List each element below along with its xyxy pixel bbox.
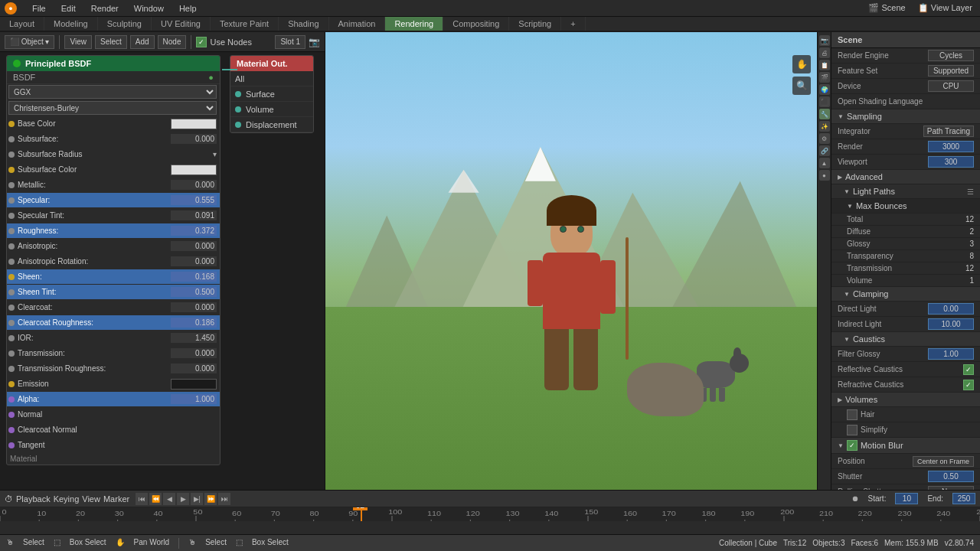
tab-layout[interactable]: Layout	[0, 17, 44, 31]
tab-compositing[interactable]: Compositing	[443, 17, 509, 31]
direct-light-value[interactable]: 0.00	[928, 303, 974, 315]
tab-rendering[interactable]: Rendering	[385, 17, 443, 31]
timeline-ruler[interactable]: 92 0 10 20 30 40 50 60 70	[0, 507, 980, 521]
menu-edit[interactable]: Edit	[58, 2, 79, 15]
subsurface-method-select[interactable]: Christensen-Burley	[8, 101, 217, 115]
advanced-section-header[interactable]: ▶ Advanced	[831, 170, 980, 184]
integrator-value[interactable]: Path Tracing	[923, 126, 974, 137]
diffuse-bounces-value[interactable]: 2	[969, 227, 974, 236]
position-value[interactable]: Center on Frame	[913, 456, 974, 467]
light-paths-header[interactable]: ▼ Light Paths ☰	[831, 184, 980, 199]
device-value[interactable]: CPU	[928, 80, 974, 92]
light-paths-menu-icon[interactable]: ☰	[967, 187, 974, 196]
reflective-caustics-checkbox[interactable]: ✓	[963, 364, 974, 375]
subsurface-color-swatch[interactable]	[171, 165, 217, 175]
menu-help[interactable]: Help	[176, 2, 200, 15]
frame-end-value[interactable]: 250	[952, 493, 975, 504]
render-engine-value[interactable]: Cycles	[928, 50, 974, 61]
anisotropic-rotation-value[interactable]	[171, 256, 217, 266]
prev-frame-btn[interactable]: ◀	[163, 493, 175, 505]
bsdf-node-header[interactable]: Principled BSDF	[7, 56, 220, 71]
tab-shading[interactable]: Shading	[279, 17, 328, 31]
physics-icon[interactable]: ⚙	[819, 133, 830, 144]
jump-next-btn[interactable]: ⏩	[204, 493, 217, 505]
render-samples-value[interactable]: 3000	[928, 141, 974, 152]
tab-animation[interactable]: Animation	[329, 17, 386, 31]
menu-render[interactable]: Render	[88, 2, 122, 15]
ior-value[interactable]	[171, 333, 217, 343]
motion-blur-header[interactable]: ▼ ✓ Motion Blur	[831, 438, 980, 454]
clearcoat-roughness-value[interactable]	[171, 318, 217, 328]
marker-menu[interactable]: Marker	[103, 494, 129, 504]
view-layer-icon[interactable]: 📋	[819, 60, 830, 70]
modifier-icon[interactable]: 🔧	[819, 109, 830, 119]
feature-set-value[interactable]: Supported	[928, 65, 974, 77]
next-frame-btn[interactable]: ▶|	[191, 493, 203, 505]
blender-logo[interactable]: ●	[5, 2, 17, 15]
transparency-bounces-value[interactable]: 8	[969, 252, 974, 260]
viewport[interactable]: View View Render Result 📷 ✕	[325, 32, 817, 490]
volume-bounces-value[interactable]: 1	[969, 276, 974, 285]
alpha-value[interactable]	[171, 394, 217, 404]
sheen-value[interactable]	[171, 272, 217, 282]
refractive-caustics-checkbox[interactable]: ✓	[963, 380, 974, 390]
volumes-section-header[interactable]: ▶ Volumes	[831, 393, 980, 407]
slot-selector[interactable]: Slot 1	[275, 35, 305, 49]
clearcoat-value[interactable]	[171, 302, 217, 312]
simplify-checkbox[interactable]	[847, 425, 858, 435]
vp-zoom-icon[interactable]: 🔍	[792, 77, 811, 95]
node-select-btn[interactable]: Select	[95, 35, 127, 49]
sampling-section-header[interactable]: ▼ Sampling	[831, 109, 980, 124]
specular-value[interactable]	[171, 195, 217, 205]
render-icon[interactable]: 📷	[819, 35, 830, 46]
glossy-bounces-value[interactable]: 3	[969, 240, 974, 248]
play-btn[interactable]: ▶	[177, 493, 189, 505]
sheen-tint-value[interactable]	[171, 287, 217, 297]
motion-blur-checkbox[interactable]: ✓	[847, 440, 858, 451]
world-icon[interactable]: 🌍	[819, 84, 830, 95]
subsurface-radius-arrow[interactable]: ▾	[213, 150, 217, 158]
node-add-btn[interactable]: Add	[130, 35, 155, 49]
output-icon[interactable]: 🖨	[819, 47, 830, 58]
view-menu[interactable]: View	[82, 494, 100, 504]
playback-menu[interactable]: Playback	[16, 494, 51, 504]
vp-hand-icon[interactable]: ✋	[792, 55, 811, 73]
data-icon[interactable]: ▲	[819, 158, 830, 168]
transmission-value[interactable]	[171, 348, 217, 358]
use-nodes-checkbox[interactable]: ✓	[196, 37, 207, 47]
transmission-roughness-value[interactable]	[171, 364, 217, 373]
node-node-btn[interactable]: Node	[158, 35, 187, 49]
filter-glossy-value[interactable]: 1.00	[928, 348, 974, 360]
roughness-value[interactable]	[171, 226, 217, 236]
hair-checkbox[interactable]	[847, 409, 858, 420]
material-icon[interactable]: ●	[819, 170, 830, 181]
jump-start-btn[interactable]: ⏮	[136, 493, 148, 505]
tab-texture-paint[interactable]: Texture Paint	[211, 17, 279, 31]
total-bounces-value[interactable]: 12	[965, 215, 974, 223]
node-editor-type-btn[interactable]: ⬛ Object ▾	[5, 35, 54, 49]
metallic-value[interactable]	[171, 180, 217, 190]
tab-scripting[interactable]: Scripting	[509, 17, 561, 31]
tab-add[interactable]: +	[561, 17, 585, 31]
frame-start-value[interactable]: 10	[895, 493, 918, 504]
distribution-select[interactable]: GGX	[8, 85, 217, 99]
jump-prev-btn[interactable]: ⏪	[149, 493, 162, 505]
menu-file[interactable]: File	[29, 2, 49, 15]
indirect-light-value[interactable]: 10.00	[928, 318, 974, 330]
tab-uv-editing[interactable]: UV Editing	[152, 17, 211, 31]
object-icon[interactable]: ⬛	[819, 96, 830, 107]
emission-swatch[interactable]	[171, 379, 217, 390]
constraints-icon[interactable]: 🔗	[819, 145, 830, 156]
node-view-btn[interactable]: View	[64, 35, 92, 49]
subsurface-value[interactable]	[171, 134, 217, 144]
clamping-section-header[interactable]: ▼ Clamping	[831, 287, 980, 302]
base-color-swatch[interactable]	[171, 119, 217, 129]
transmission-bounces-value[interactable]: 12	[965, 264, 974, 272]
menu-window[interactable]: Window	[131, 2, 167, 15]
jump-end-btn[interactable]: ⏭	[218, 493, 230, 505]
viewport-samples-value[interactable]: 300	[928, 156, 974, 168]
keying-menu[interactable]: Keying	[54, 494, 80, 504]
tab-sculpting[interactable]: Sculpting	[98, 17, 152, 31]
specular-tint-value[interactable]	[171, 210, 217, 220]
max-bounces-header[interactable]: ▼ Max Bounces	[831, 199, 980, 214]
